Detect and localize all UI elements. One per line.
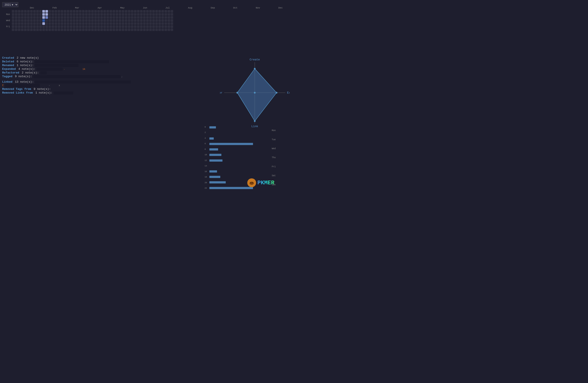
cell-w6-d0[interactable] — [30, 10, 33, 13]
cell-w20-d6[interactable] — [73, 28, 75, 31]
cell-w1-d2[interactable] — [15, 16, 18, 19]
cell-w3-d3[interactable] — [21, 19, 23, 22]
cell-w4-d3[interactable] — [24, 19, 27, 22]
cell-w19-d3[interactable] — [70, 19, 72, 22]
cell-w38-d5[interactable] — [128, 25, 130, 28]
cell-w2-d1[interactable] — [18, 13, 21, 16]
cell-w46-d2[interactable] — [152, 16, 155, 19]
cell-w16-d6[interactable] — [61, 28, 63, 31]
cell-w45-d2[interactable] — [149, 16, 152, 19]
cell-w3-d2[interactable] — [21, 16, 23, 19]
cell-w26-d1[interactable] — [91, 13, 94, 16]
cell-w11-d3[interactable] — [45, 19, 48, 22]
cell-w13-d0[interactable] — [51, 10, 54, 13]
cell-w29-d4[interactable] — [100, 22, 103, 25]
cell-w21-d1[interactable] — [76, 13, 79, 16]
cell-w8-d2[interactable] — [36, 16, 39, 19]
cell-w18-d5[interactable] — [67, 25, 69, 28]
cell-w8-d6[interactable] — [36, 28, 39, 31]
cell-w22-d6[interactable] — [79, 28, 82, 31]
cell-w1-d4[interactable] — [15, 22, 18, 25]
cell-w25-d0[interactable] — [88, 10, 91, 13]
cell-w50-d6[interactable] — [165, 28, 167, 31]
cell-w40-d1[interactable] — [134, 13, 137, 16]
cell-w49-d0[interactable] — [161, 10, 164, 13]
cell-w5-d0[interactable] — [27, 10, 30, 13]
cell-w6-d3[interactable] — [30, 19, 33, 22]
cell-w51-d2[interactable] — [168, 16, 170, 19]
cell-w30-d0[interactable] — [103, 10, 106, 13]
cell-w29-d1[interactable] — [100, 13, 103, 16]
cell-w0-d5[interactable] — [12, 25, 14, 28]
cell-w47-d4[interactable] — [155, 22, 158, 25]
cell-w42-d5[interactable] — [140, 25, 143, 28]
cell-w31-d0[interactable] — [106, 10, 109, 13]
cell-w12-d4[interactable] — [48, 22, 51, 25]
cell-w15-d4[interactable] — [58, 22, 60, 25]
cell-w11-d6[interactable] — [45, 28, 48, 31]
cell-w17-d1[interactable] — [64, 13, 66, 16]
cell-w12-d0[interactable] — [48, 10, 51, 13]
cell-w49-d4[interactable] — [161, 22, 164, 25]
cell-w46-d4[interactable] — [152, 22, 155, 25]
cell-w0-d0[interactable] — [12, 10, 14, 13]
cell-w39-d3[interactable] — [131, 19, 133, 22]
cell-w16-d3[interactable] — [61, 19, 63, 22]
cell-w21-d5[interactable] — [76, 25, 79, 28]
cell-w42-d3[interactable] — [140, 19, 143, 22]
cell-w43-d3[interactable] — [143, 19, 146, 22]
cell-w35-d3[interactable] — [119, 19, 121, 22]
cell-w32-d1[interactable] — [109, 13, 112, 16]
cell-w16-d4[interactable] — [61, 22, 63, 25]
cell-w18-d0[interactable] — [67, 10, 69, 13]
cell-w52-d4[interactable] — [170, 22, 173, 25]
cell-w44-d4[interactable] — [146, 22, 149, 25]
cell-w7-d5[interactable] — [33, 25, 36, 28]
cell-w33-d6[interactable] — [113, 28, 115, 31]
cell-w18-d3[interactable] — [67, 19, 69, 22]
cell-w10-d6[interactable] — [42, 28, 45, 31]
cell-w8-d0[interactable] — [36, 10, 39, 13]
cell-w19-d5[interactable] — [70, 25, 72, 28]
cell-w30-d3[interactable] — [103, 19, 106, 22]
cell-w41-d2[interactable] — [137, 16, 140, 19]
cell-w49-d2[interactable] — [161, 16, 164, 19]
cell-w36-d1[interactable] — [122, 13, 124, 16]
cell-w49-d6[interactable] — [161, 28, 164, 31]
cell-w4-d6[interactable] — [24, 28, 27, 31]
cell-w46-d6[interactable] — [152, 28, 155, 31]
cell-w33-d1[interactable] — [113, 13, 115, 16]
cell-w37-d4[interactable] — [125, 22, 127, 25]
cell-w38-d0[interactable] — [128, 10, 130, 13]
cell-w24-d3[interactable] — [85, 19, 88, 22]
cell-w39-d6[interactable] — [131, 28, 133, 31]
cell-w13-d4[interactable] — [51, 22, 54, 25]
cell-w48-d4[interactable] — [158, 22, 161, 25]
cell-w27-d5[interactable] — [94, 25, 97, 28]
cell-w32-d2[interactable] — [109, 16, 112, 19]
cell-w49-d1[interactable] — [161, 13, 164, 16]
cell-w33-d4[interactable] — [113, 22, 115, 25]
cell-w24-d2[interactable] — [85, 16, 88, 19]
cell-w47-d5[interactable] — [155, 25, 158, 28]
cell-w23-d3[interactable] — [82, 19, 85, 22]
cell-w48-d0[interactable] — [158, 10, 161, 13]
cell-w37-d6[interactable] — [125, 28, 127, 31]
cell-w3-d5[interactable] — [21, 25, 23, 28]
cell-w14-d5[interactable] — [55, 25, 57, 28]
cell-w7-d4[interactable] — [33, 22, 36, 25]
cell-w22-d1[interactable] — [79, 13, 82, 16]
cell-w17-d3[interactable] — [64, 19, 66, 22]
cell-w13-d5[interactable] — [51, 25, 54, 28]
cell-w15-d0[interactable] — [58, 10, 60, 13]
cell-w4-d4[interactable] — [24, 22, 27, 25]
cell-w44-d6[interactable] — [146, 28, 149, 31]
cell-w43-d5[interactable] — [143, 25, 146, 28]
cell-w51-d6[interactable] — [168, 28, 170, 31]
cell-w3-d1[interactable] — [21, 13, 23, 16]
cell-w22-d5[interactable] — [79, 25, 82, 28]
cell-w1-d0[interactable] — [15, 10, 18, 13]
cell-w16-d5[interactable] — [61, 25, 63, 28]
cell-w10-d2[interactable] — [42, 16, 45, 19]
cell-w9-d5[interactable] — [39, 25, 42, 28]
